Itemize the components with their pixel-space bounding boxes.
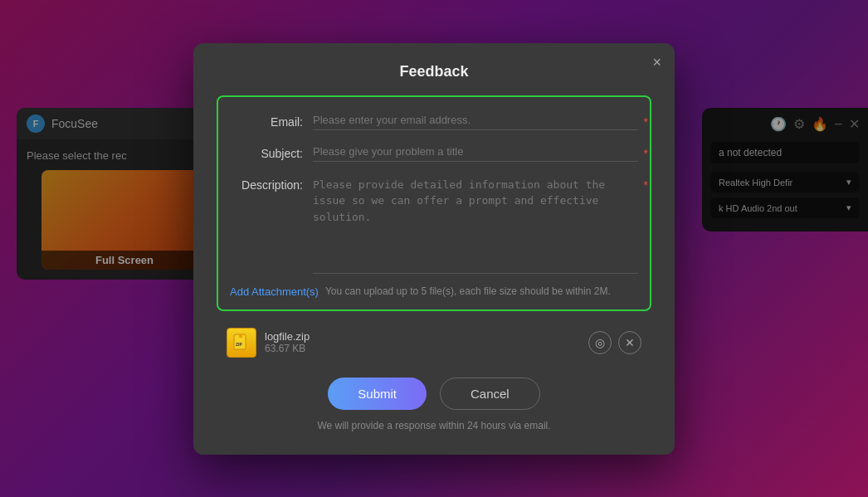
cancel-button[interactable]: Cancel	[440, 378, 540, 410]
form-area: Email: * Subject: * Description:	[217, 95, 651, 311]
description-label: Description:	[230, 173, 313, 192]
subject-field-wrap: *	[313, 142, 638, 162]
subject-input[interactable]	[313, 142, 638, 162]
email-label: Email:	[230, 110, 313, 129]
modal-footnote: We will provide a response within 24 hou…	[217, 420, 651, 431]
feedback-modal: × Feedback Email: * Subject: *	[193, 43, 675, 455]
attached-file-row: ZIP logfile.zip 63.67 KB ◎ ✕	[217, 321, 651, 364]
file-details: logfile.zip 63.67 KB	[265, 330, 580, 354]
attachment-hint-text: You can upload up to 5 file(s), each fil…	[325, 285, 611, 297]
submit-button[interactable]: Submit	[328, 378, 427, 410]
add-attachment-link[interactable]: Add Attachment(s)	[230, 285, 319, 298]
email-input[interactable]	[313, 110, 638, 130]
subject-label: Subject:	[230, 142, 313, 160]
modal-actions: Submit Cancel	[217, 378, 651, 410]
svg-text:ZIP: ZIP	[236, 342, 242, 347]
attachment-hint-row: Add Attachment(s) You can upload up to 5…	[230, 285, 638, 298]
email-required-star: *	[644, 115, 648, 129]
description-required-star: *	[644, 178, 648, 192]
modal-overlay: × Feedback Email: * Subject: *	[0, 0, 868, 497]
subject-required-star: *	[644, 147, 648, 160]
svg-rect-1	[239, 334, 242, 338]
description-textarea[interactable]	[313, 173, 638, 265]
description-field-wrap: *	[313, 173, 638, 274]
email-field-wrap: *	[313, 110, 638, 130]
modal-title: Feedback	[217, 63, 651, 80]
file-remove-button[interactable]: ✕	[618, 331, 641, 354]
modal-close-button[interactable]: ×	[652, 55, 661, 70]
file-actions: ◎ ✕	[588, 331, 641, 354]
subject-row: Subject: *	[230, 142, 638, 162]
description-row: Description: *	[230, 173, 638, 274]
file-preview-button[interactable]: ◎	[588, 331, 612, 354]
desc-divider	[313, 273, 638, 274]
file-name: logfile.zip	[265, 330, 580, 343]
file-size: 63.67 KB	[265, 343, 580, 354]
file-zip-icon: ZIP	[227, 328, 256, 358]
email-row: Email: *	[230, 110, 638, 130]
